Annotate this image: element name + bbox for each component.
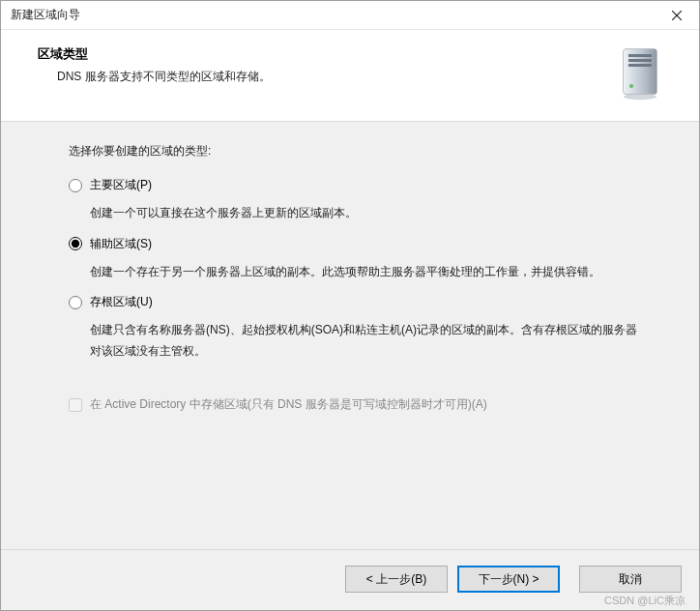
zone-type-group: 主要区域(P) 创建一个可以直接在这个服务器上更新的区域副本。 辅助区域(S) …	[69, 177, 647, 373]
header-title: 区域类型	[38, 45, 618, 63]
ad-store-checkbox	[69, 398, 82, 412]
svg-point-7	[629, 84, 633, 88]
svg-point-8	[624, 94, 656, 100]
radio-row-primary[interactable]: 主要区域(P)	[69, 177, 647, 193]
radio-item-stub: 存根区域(U) 创建只含有名称服务器(NS)、起始授权机构(SOA)和粘连主机(…	[69, 294, 647, 362]
radio-label-primary: 主要区域(P)	[90, 177, 152, 193]
header-text: 区域类型 DNS 服务器支持不同类型的区域和存储。	[38, 45, 618, 85]
ad-store-checkbox-row: 在 Active Directory 中存储区域(只有 DNS 服务器是可写域控…	[69, 396, 647, 413]
wizard-dialog: 新建区域向导 区域类型 DNS 服务器支持不同类型的区域和存储。	[0, 0, 700, 611]
radio-row-stub[interactable]: 存根区域(U)	[69, 294, 647, 310]
radio-item-secondary: 辅助区域(S) 创建一个存在于另一个服务器上区域的副本。此选项帮助主服务器平衡处…	[69, 236, 647, 283]
radio-desc-secondary: 创建一个存在于另一个服务器上区域的副本。此选项帮助主服务器平衡处理的工作量，并提…	[90, 262, 647, 283]
radio-desc-primary: 创建一个可以直接在这个服务器上更新的区域副本。	[90, 203, 647, 224]
header-subtitle: DNS 服务器支持不同类型的区域和存储。	[57, 69, 618, 85]
radio-stub[interactable]	[69, 296, 82, 309]
radio-desc-stub: 创建只含有名称服务器(NS)、起始授权机构(SOA)和粘连主机(A)记录的区域的…	[90, 320, 647, 362]
radio-row-secondary[interactable]: 辅助区域(S)	[69, 236, 647, 252]
svg-rect-5	[628, 59, 652, 62]
content-prompt: 选择你要创建的区域的类型:	[69, 143, 647, 160]
watermark: CSDN @LiC乘凉	[604, 594, 685, 608]
close-icon	[672, 11, 682, 20]
wizard-footer: < 上一步(B) 下一步(N) > 取消 CSDN @LiC乘凉	[1, 549, 699, 610]
svg-rect-4	[628, 54, 652, 57]
radio-label-stub: 存根区域(U)	[90, 294, 153, 310]
server-icon	[618, 47, 662, 102]
radio-primary[interactable]	[69, 179, 82, 192]
cancel-button[interactable]: 取消	[579, 566, 682, 593]
window-title: 新建区域向导	[11, 7, 80, 23]
titlebar: 新建区域向导	[1, 1, 699, 30]
radio-secondary[interactable]	[69, 237, 82, 250]
back-button[interactable]: < 上一步(B)	[345, 566, 448, 593]
close-button[interactable]	[655, 1, 699, 30]
wizard-content: 选择你要创建的区域的类型: 主要区域(P) 创建一个可以直接在这个服务器上更新的…	[1, 122, 699, 549]
wizard-header: 区域类型 DNS 服务器支持不同类型的区域和存储。	[1, 30, 699, 121]
radio-label-secondary: 辅助区域(S)	[90, 236, 152, 252]
ad-store-label: 在 Active Directory 中存储区域(只有 DNS 服务器是可写域控…	[90, 396, 487, 413]
next-button[interactable]: 下一步(N) >	[457, 566, 560, 593]
radio-item-primary: 主要区域(P) 创建一个可以直接在这个服务器上更新的区域副本。	[69, 177, 647, 224]
svg-rect-6	[628, 64, 652, 67]
